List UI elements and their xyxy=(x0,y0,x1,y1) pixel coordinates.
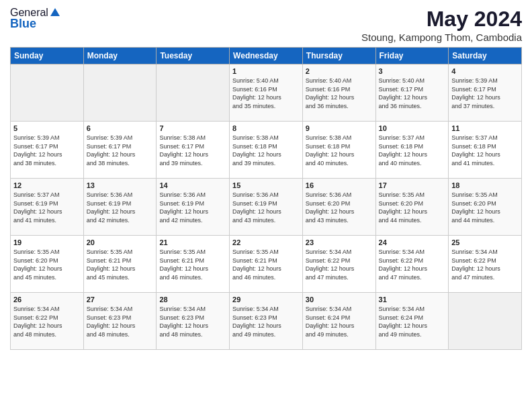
calendar-cell: 16Sunrise: 5:36 AM Sunset: 6:20 PM Dayli… xyxy=(302,179,375,236)
day-number: 3 xyxy=(379,67,446,75)
day-number: 6 xyxy=(87,124,154,132)
weekday-header-thursday: Thursday xyxy=(302,48,375,64)
weekday-header-row: SundayMondayTuesdayWednesdayThursdayFrid… xyxy=(11,48,522,64)
day-info: Sunrise: 5:35 AM Sunset: 6:20 PM Dayligh… xyxy=(379,191,446,224)
day-number: 8 xyxy=(232,124,300,132)
day-info: Sunrise: 5:37 AM Sunset: 6:18 PM Dayligh… xyxy=(451,134,519,167)
week-row-2: 5Sunrise: 5:39 AM Sunset: 6:17 PM Daylig… xyxy=(11,122,522,179)
day-number: 26 xyxy=(13,295,81,304)
calendar-cell: 17Sunrise: 5:35 AM Sunset: 6:20 PM Dayli… xyxy=(375,179,449,236)
calendar-cell: 9Sunrise: 5:38 AM Sunset: 6:18 PM Daylig… xyxy=(302,122,375,179)
page: General Blue May 2024 Stoung, Kampong Th… xyxy=(0,0,532,411)
day-number: 17 xyxy=(379,181,446,189)
day-info: Sunrise: 5:39 AM Sunset: 6:17 PM Dayligh… xyxy=(451,77,519,110)
calendar-cell: 28Sunrise: 5:34 AM Sunset: 6:23 PM Dayli… xyxy=(157,293,230,350)
logo: General Blue xyxy=(10,7,60,30)
calendar-cell: 20Sunrise: 5:35 AM Sunset: 6:21 PM Dayli… xyxy=(83,236,157,293)
day-info: Sunrise: 5:38 AM Sunset: 6:18 PM Dayligh… xyxy=(232,134,300,167)
day-info: Sunrise: 5:34 AM Sunset: 6:22 PM Dayligh… xyxy=(306,248,373,281)
day-number: 5 xyxy=(13,124,81,132)
day-number: 22 xyxy=(232,238,300,246)
calendar-cell: 29Sunrise: 5:34 AM Sunset: 6:23 PM Dayli… xyxy=(230,293,303,350)
week-row-4: 19Sunrise: 5:35 AM Sunset: 6:20 PM Dayli… xyxy=(11,236,522,293)
day-info: Sunrise: 5:36 AM Sunset: 6:20 PM Dayligh… xyxy=(306,191,373,224)
day-info: Sunrise: 5:40 AM Sunset: 6:16 PM Dayligh… xyxy=(306,77,373,110)
svg-marker-0 xyxy=(50,8,60,16)
day-info: Sunrise: 5:35 AM Sunset: 6:21 PM Dayligh… xyxy=(87,248,154,281)
main-title: May 2024 xyxy=(361,7,522,32)
day-number: 31 xyxy=(379,295,446,304)
calendar-cell: 4Sunrise: 5:39 AM Sunset: 6:17 PM Daylig… xyxy=(449,64,522,122)
day-number: 21 xyxy=(159,238,226,246)
calendar-cell: 31Sunrise: 5:34 AM Sunset: 6:24 PM Dayli… xyxy=(375,293,449,350)
day-number: 11 xyxy=(451,124,519,132)
week-row-1: 1Sunrise: 5:40 AM Sunset: 6:16 PM Daylig… xyxy=(11,64,522,122)
day-info: Sunrise: 5:34 AM Sunset: 6:22 PM Dayligh… xyxy=(451,248,519,281)
week-row-5: 26Sunrise: 5:34 AM Sunset: 6:22 PM Dayli… xyxy=(11,293,522,350)
day-number: 10 xyxy=(379,124,446,132)
day-info: Sunrise: 5:38 AM Sunset: 6:18 PM Dayligh… xyxy=(306,134,373,167)
calendar-cell xyxy=(83,64,157,122)
calendar-cell: 11Sunrise: 5:37 AM Sunset: 6:18 PM Dayli… xyxy=(449,122,522,179)
day-number: 14 xyxy=(159,181,226,189)
day-number: 30 xyxy=(306,295,373,304)
day-number: 4 xyxy=(451,67,519,75)
day-info: Sunrise: 5:34 AM Sunset: 6:23 PM Dayligh… xyxy=(232,305,300,338)
day-number: 19 xyxy=(13,238,81,246)
day-number: 24 xyxy=(379,238,446,246)
day-number: 12 xyxy=(13,181,81,189)
day-number: 25 xyxy=(451,238,519,246)
day-info: Sunrise: 5:36 AM Sunset: 6:19 PM Dayligh… xyxy=(159,191,226,224)
day-info: Sunrise: 5:37 AM Sunset: 6:19 PM Dayligh… xyxy=(13,191,81,224)
weekday-header-saturday: Saturday xyxy=(449,48,522,64)
title-block: May 2024 Stoung, Kampong Thom, Cambodia xyxy=(361,7,522,43)
calendar-cell: 13Sunrise: 5:36 AM Sunset: 6:19 PM Dayli… xyxy=(83,179,157,236)
day-number: 1 xyxy=(232,67,300,75)
calendar-cell: 18Sunrise: 5:35 AM Sunset: 6:20 PM Dayli… xyxy=(449,179,522,236)
header: General Blue May 2024 Stoung, Kampong Th… xyxy=(10,7,522,43)
day-number: 2 xyxy=(306,67,373,75)
day-info: Sunrise: 5:34 AM Sunset: 6:23 PM Dayligh… xyxy=(159,305,226,338)
day-info: Sunrise: 5:40 AM Sunset: 6:16 PM Dayligh… xyxy=(232,77,300,110)
day-number: 13 xyxy=(87,181,154,189)
day-info: Sunrise: 5:36 AM Sunset: 6:19 PM Dayligh… xyxy=(87,191,154,224)
logo-blue-text: Blue xyxy=(10,17,60,31)
day-number: 28 xyxy=(159,295,226,304)
calendar: SundayMondayTuesdayWednesdayThursdayFrid… xyxy=(10,47,522,350)
weekday-header-friday: Friday xyxy=(375,48,449,64)
day-info: Sunrise: 5:36 AM Sunset: 6:19 PM Dayligh… xyxy=(232,191,300,224)
calendar-cell: 30Sunrise: 5:34 AM Sunset: 6:24 PM Dayli… xyxy=(302,293,375,350)
calendar-cell: 12Sunrise: 5:37 AM Sunset: 6:19 PM Dayli… xyxy=(11,179,84,236)
day-info: Sunrise: 5:35 AM Sunset: 6:21 PM Dayligh… xyxy=(232,248,300,281)
calendar-cell: 25Sunrise: 5:34 AM Sunset: 6:22 PM Dayli… xyxy=(449,236,522,293)
day-info: Sunrise: 5:34 AM Sunset: 6:24 PM Dayligh… xyxy=(306,305,373,338)
calendar-cell: 7Sunrise: 5:38 AM Sunset: 6:17 PM Daylig… xyxy=(157,122,230,179)
day-info: Sunrise: 5:35 AM Sunset: 6:20 PM Dayligh… xyxy=(451,191,519,224)
calendar-cell: 1Sunrise: 5:40 AM Sunset: 6:16 PM Daylig… xyxy=(230,64,303,122)
day-number: 27 xyxy=(87,295,154,304)
weekday-header-sunday: Sunday xyxy=(11,48,84,64)
subtitle: Stoung, Kampong Thom, Cambodia xyxy=(361,32,522,43)
day-number: 9 xyxy=(306,124,373,132)
calendar-cell xyxy=(157,64,230,122)
calendar-cell: 6Sunrise: 5:39 AM Sunset: 6:17 PM Daylig… xyxy=(83,122,157,179)
calendar-cell: 26Sunrise: 5:34 AM Sunset: 6:22 PM Dayli… xyxy=(11,293,84,350)
calendar-cell xyxy=(449,293,522,350)
day-number: 18 xyxy=(451,181,519,189)
calendar-cell: 15Sunrise: 5:36 AM Sunset: 6:19 PM Dayli… xyxy=(230,179,303,236)
calendar-cell: 8Sunrise: 5:38 AM Sunset: 6:18 PM Daylig… xyxy=(230,122,303,179)
day-info: Sunrise: 5:34 AM Sunset: 6:24 PM Dayligh… xyxy=(379,305,446,338)
calendar-cell: 5Sunrise: 5:39 AM Sunset: 6:17 PM Daylig… xyxy=(11,122,84,179)
day-number: 16 xyxy=(306,181,373,189)
logo-triangle-icon xyxy=(50,7,60,17)
day-info: Sunrise: 5:39 AM Sunset: 6:17 PM Dayligh… xyxy=(87,134,154,167)
calendar-cell: 23Sunrise: 5:34 AM Sunset: 6:22 PM Dayli… xyxy=(302,236,375,293)
day-number: 15 xyxy=(232,181,300,189)
day-info: Sunrise: 5:34 AM Sunset: 6:23 PM Dayligh… xyxy=(87,305,154,338)
day-number: 20 xyxy=(87,238,154,246)
day-info: Sunrise: 5:35 AM Sunset: 6:20 PM Dayligh… xyxy=(13,248,81,281)
calendar-cell: 27Sunrise: 5:34 AM Sunset: 6:23 PM Dayli… xyxy=(83,293,157,350)
day-info: Sunrise: 5:37 AM Sunset: 6:18 PM Dayligh… xyxy=(379,134,446,167)
calendar-cell: 22Sunrise: 5:35 AM Sunset: 6:21 PM Dayli… xyxy=(230,236,303,293)
day-number: 29 xyxy=(232,295,300,304)
